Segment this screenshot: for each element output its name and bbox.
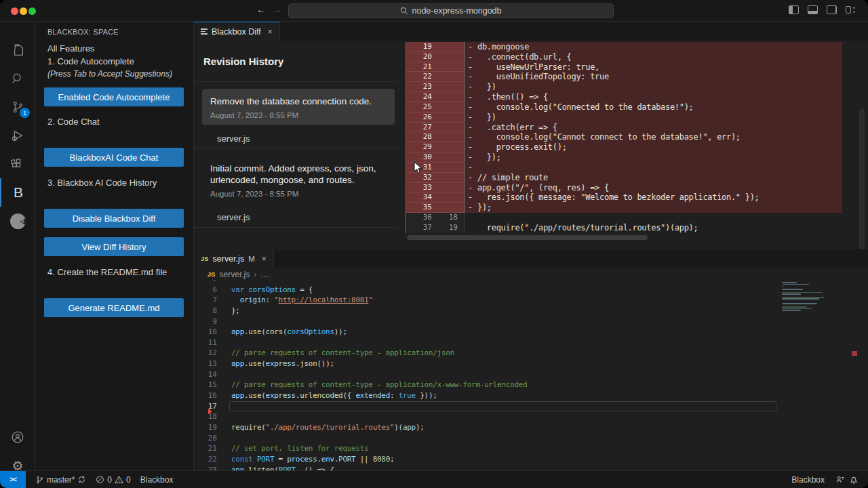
code-line[interactable]: 22const PORT = process.env.PORT || 8080; xyxy=(194,454,868,465)
diff-row[interactable]: 21- useNewUrlParser: true, xyxy=(406,62,842,73)
enable-autocomplete-button[interactable]: Enabled Code Autocomplete xyxy=(44,87,184,106)
close-tab-icon[interactable]: × xyxy=(262,254,267,264)
minimize-window-button[interactable] xyxy=(20,7,27,15)
code-line[interactable]: 18 xyxy=(194,411,868,422)
code-line[interactable]: 9 xyxy=(194,317,868,327)
code-chat-button[interactable]: BlackboxAI Code Chat xyxy=(44,148,184,167)
minimap[interactable] xyxy=(782,281,831,317)
problems-indicator[interactable]: 0 0 xyxy=(96,475,130,485)
explorer-icon[interactable] xyxy=(0,36,35,64)
notifications-bell-icon[interactable] xyxy=(849,475,859,485)
diff-line-text: - console.log("Cannot connect to the dat… xyxy=(465,132,842,142)
line-text: // parse requests of content-type - appl… xyxy=(217,348,454,359)
revision-date: August 7, 2023 - 8:55 PM xyxy=(210,190,387,198)
diff-horizontal-scrollbar[interactable] xyxy=(407,235,648,240)
blackbox-sidebar: BLACKBOX: SPACE All Features 1. Code Aut… xyxy=(35,22,194,470)
diff-row[interactable]: 33-app.get("/", (req, res) => { xyxy=(406,183,842,193)
code-line[interactable]: 10app.use(cors(corsOptions)); xyxy=(194,327,868,338)
chevron-right-icon: › xyxy=(254,270,256,279)
diff-row[interactable]: 26- }) xyxy=(406,113,842,123)
diff-row[interactable]: 35-}); xyxy=(406,203,842,213)
diff-row[interactable]: 3618 xyxy=(406,213,842,223)
line-number: 15 xyxy=(194,380,217,390)
customize-layout-icon[interactable] xyxy=(846,5,857,14)
diff-row[interactable]: 29- process.exit(); xyxy=(406,142,842,152)
remote-indicator[interactable]: >< xyxy=(0,471,26,488)
revision-item[interactable]: Remove the database connection code.Augu… xyxy=(194,82,397,149)
breadcrumb[interactable]: JS server.js › … xyxy=(194,268,868,281)
divider xyxy=(194,227,397,228)
revision-item[interactable]: Initial commit. Added express, cors, jso… xyxy=(194,149,397,228)
blackbox-status-right[interactable]: Blackbox xyxy=(791,475,859,485)
diff-code-view: 19-db.mongoose20- .connect(db.url, {21- … xyxy=(406,42,842,233)
close-window-button[interactable] xyxy=(11,7,18,15)
revision-card[interactable]: Remove the database connection code.Augu… xyxy=(202,89,395,125)
minimap-line xyxy=(782,303,817,304)
diff-row[interactable]: 24- .then(() => { xyxy=(406,92,842,102)
toggle-primary-sidebar-icon[interactable] xyxy=(789,5,799,14)
feature-4-label: 4. Create the README.md file xyxy=(47,267,167,277)
code-line[interactable]: 6var corsOptions = { xyxy=(194,285,868,296)
revision-file[interactable]: server.js xyxy=(194,207,397,227)
run-debug-icon[interactable] xyxy=(0,121,35,150)
view-diff-history-button[interactable]: View Diff History xyxy=(44,237,184,256)
code-line[interactable]: 7 origin: "http://localhost:8081" xyxy=(194,295,868,306)
code-line[interactable]: 21// set port, listen for requests xyxy=(194,443,868,454)
diff-new-line-number xyxy=(441,102,464,113)
line-number: 10 xyxy=(194,327,217,338)
blackbox-panel-icon[interactable]: B xyxy=(0,178,35,207)
close-tab-icon[interactable]: × xyxy=(268,27,273,37)
code-editor[interactable]: 56var corsOptions = {7 origin: "http://l… xyxy=(194,281,868,470)
diff-row[interactable]: 23- }) xyxy=(406,82,842,92)
diff-line-text: - xyxy=(465,163,842,173)
zoom-window-button[interactable] xyxy=(28,7,36,15)
branch-indicator[interactable]: master* xyxy=(35,475,86,485)
forward-button[interactable]: → xyxy=(272,4,281,15)
diff-row[interactable]: 25- console.log("Connected to the databa… xyxy=(406,102,842,113)
revision-card[interactable]: Initial commit. Added express, cors, jso… xyxy=(202,156,395,203)
code-line[interactable]: 12// parse requests of content-type - ap… xyxy=(194,348,868,359)
code-line[interactable]: 8}; xyxy=(194,306,868,317)
diff-row[interactable]: 20- .connect(db.url, { xyxy=(406,52,842,62)
line-number: 21 xyxy=(194,443,217,454)
toggle-secondary-sidebar-icon[interactable] xyxy=(827,5,837,14)
code-line[interactable]: 13app.use(express.json()); xyxy=(194,359,868,369)
code-line[interactable]: 19require("./app/routes/turorial.routes"… xyxy=(194,422,868,433)
revision-file[interactable]: server.js xyxy=(194,129,397,148)
disable-diff-button[interactable]: Disable Blackbox Diff xyxy=(44,209,184,228)
code-line[interactable]: 23app.listen(PORT, () => { xyxy=(194,465,868,470)
blackbox-status-left[interactable]: Blackbox xyxy=(140,475,174,485)
code-line[interactable]: 11 xyxy=(194,338,868,348)
search-sidebar-icon[interactable] xyxy=(0,64,35,93)
command-center-search[interactable]: node-express-mongodb xyxy=(288,3,614,18)
diff-new-line-number xyxy=(441,42,464,52)
diff-row[interactable]: 22- useUnifiedTopology: true xyxy=(406,72,842,82)
diff-row[interactable]: 19-db.mongoose xyxy=(406,42,842,52)
webview-scrollbar[interactable] xyxy=(859,108,865,249)
blackbox-logo-icon[interactable] xyxy=(0,207,35,235)
code-line[interactable]: 14 xyxy=(194,369,868,380)
tab-server-js[interactable]: JS server.js M × xyxy=(194,249,274,268)
toggle-panel-icon[interactable] xyxy=(808,5,818,14)
sync-icon xyxy=(77,475,86,484)
search-value: node-express-mongodb xyxy=(412,6,501,16)
account-icon[interactable] xyxy=(0,423,35,451)
diff-row[interactable]: 27- .catch(err => { xyxy=(406,123,842,133)
code-line[interactable]: 17 xyxy=(194,401,868,412)
diff-row[interactable]: 3719 require("./app/routes/turorial.rout… xyxy=(406,223,842,233)
tab-blackbox-diff[interactable]: Blackbox Diff × xyxy=(194,22,280,41)
diff-row[interactable]: 32-// simple route xyxy=(406,173,842,183)
generate-readme-button[interactable]: Generate README.md xyxy=(44,298,184,317)
diff-new-line-number xyxy=(441,163,464,173)
code-line[interactable]: 16app.use(express.urlencoded({ extended:… xyxy=(194,390,868,401)
extensions-icon[interactable] xyxy=(0,150,35,178)
back-button[interactable]: ← xyxy=(256,4,266,15)
source-control-icon[interactable]: 1 xyxy=(0,93,35,121)
diff-row[interactable]: 34- res.json({ message: "Welcome to bezk… xyxy=(406,192,842,203)
feedback-icon[interactable] xyxy=(835,475,845,485)
diff-row[interactable]: 28- console.log("Cannot connect to the d… xyxy=(406,132,842,142)
code-line[interactable]: 15// parse requests of content-type - ap… xyxy=(194,380,868,390)
diff-row[interactable]: 31- xyxy=(406,163,842,173)
code-line[interactable]: 20 xyxy=(194,433,868,444)
diff-row[interactable]: 30- }); xyxy=(406,152,842,163)
